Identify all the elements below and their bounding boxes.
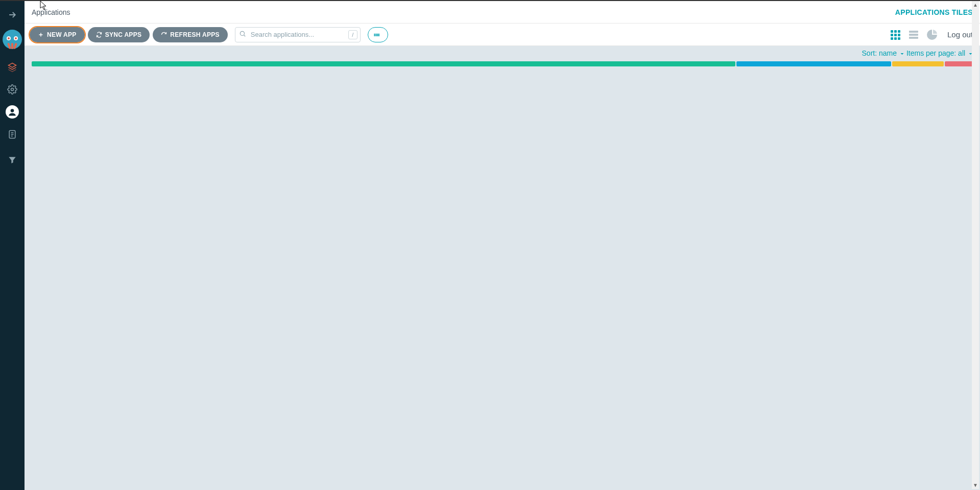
user-icon[interactable] xyxy=(0,102,25,122)
svg-point-1 xyxy=(11,109,14,112)
docs-icon[interactable] xyxy=(0,125,25,144)
sync-apps-label: SYNC APPS xyxy=(105,31,142,38)
sort-control[interactable]: Sort: name xyxy=(862,49,904,57)
view-mode-label[interactable]: APPLICATIONS TILES xyxy=(895,8,973,16)
applications-content xyxy=(25,66,980,490)
caret-down-icon xyxy=(900,49,904,57)
status-healthy-segment[interactable] xyxy=(32,61,735,66)
status-outofsync-segment[interactable] xyxy=(892,61,944,66)
sidebar xyxy=(0,1,25,490)
status-progressing-segment[interactable] xyxy=(736,61,891,66)
svg-rect-9 xyxy=(891,30,893,33)
subbar: Sort: name Items per page: all xyxy=(25,46,980,60)
svg-rect-13 xyxy=(894,34,897,36)
svg-point-0 xyxy=(11,88,14,91)
sort-value: name xyxy=(879,49,897,57)
sync-apps-button[interactable]: SYNC APPS xyxy=(88,27,150,42)
layers-icon[interactable] xyxy=(0,57,25,77)
logout-link[interactable]: Log out xyxy=(947,30,973,39)
svg-rect-18 xyxy=(909,31,918,33)
svg-rect-19 xyxy=(909,34,918,36)
svg-rect-11 xyxy=(898,30,900,33)
refresh-apps-button[interactable]: REFRESH APPS xyxy=(153,27,228,42)
items-per-page-control[interactable]: Items per page: all xyxy=(906,49,973,57)
main: Applications APPLICATIONS TILES NEW APP … xyxy=(25,1,980,490)
status-degraded-segment[interactable] xyxy=(945,61,973,66)
list-view-icon[interactable] xyxy=(907,29,920,41)
filter-icon[interactable] xyxy=(0,150,25,170)
toolbar-right: Log out xyxy=(889,29,975,41)
argo-logo[interactable] xyxy=(3,30,22,49)
svg-point-3 xyxy=(240,31,244,35)
search-kbd-hint: / xyxy=(348,30,357,39)
svg-rect-20 xyxy=(909,37,918,39)
search-input[interactable] xyxy=(235,27,361,42)
svg-rect-8 xyxy=(378,33,379,36)
svg-rect-5 xyxy=(375,33,376,36)
svg-rect-16 xyxy=(894,37,897,40)
pie-view-icon[interactable] xyxy=(926,29,938,41)
new-app-label: NEW APP xyxy=(47,31,77,38)
items-value: all xyxy=(958,49,965,57)
search-wrap: / xyxy=(235,27,361,42)
svg-rect-7 xyxy=(377,33,378,36)
svg-rect-4 xyxy=(374,33,375,36)
sidebar-expand-icon[interactable] xyxy=(0,5,25,25)
svg-rect-15 xyxy=(891,37,893,40)
toolbar: NEW APP SYNC APPS REFRESH APPS / xyxy=(25,24,980,46)
compact-toggle[interactable] xyxy=(368,27,388,42)
sort-label: Sort: xyxy=(862,49,877,57)
items-label: Items per page: xyxy=(906,49,956,57)
scroll-down-arrow[interactable]: ▼ xyxy=(973,481,978,489)
refresh-apps-label: REFRESH APPS xyxy=(170,31,220,38)
vertical-scrollbar[interactable]: ▲ ▼ xyxy=(972,1,979,489)
header: Applications APPLICATIONS TILES xyxy=(25,1,980,24)
breadcrumb: Applications xyxy=(32,8,70,16)
scroll-up-arrow[interactable]: ▲ xyxy=(973,1,978,9)
svg-rect-10 xyxy=(894,30,897,33)
svg-rect-14 xyxy=(898,34,900,36)
svg-rect-6 xyxy=(376,33,377,36)
svg-rect-12 xyxy=(891,34,893,36)
new-app-button[interactable]: NEW APP xyxy=(30,27,85,42)
status-summary-bar[interactable] xyxy=(32,61,973,66)
svg-rect-17 xyxy=(898,37,900,40)
settings-icon[interactable] xyxy=(0,80,25,99)
search-icon xyxy=(239,30,246,39)
grid-view-icon[interactable] xyxy=(889,29,901,41)
